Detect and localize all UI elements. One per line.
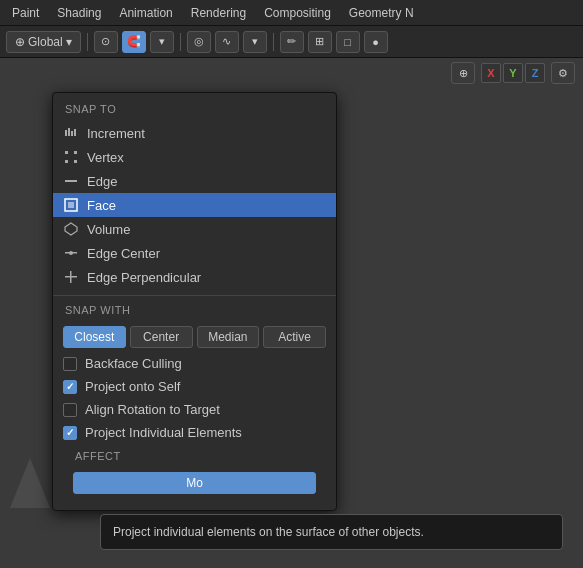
svg-rect-15 (70, 271, 72, 283)
snap-with-closest[interactable]: Closest (63, 326, 126, 348)
overlay-button[interactable]: ⊞ (308, 31, 332, 53)
project-individual-checkbox[interactable] (63, 426, 77, 440)
snap-face-label: Face (87, 198, 116, 213)
project-onto-self-label: Project onto Self (85, 379, 180, 394)
snap-with-buttons: Closest Center Median Active (53, 322, 336, 352)
tooltip-text: Project individual elements on the surfa… (113, 525, 424, 539)
svg-rect-10 (68, 202, 74, 208)
transform-origin-icon: ⊕ (15, 35, 25, 49)
transform-origin-button[interactable]: ⊕ Global ▾ (6, 31, 81, 53)
snap-edge-label: Edge (87, 174, 117, 189)
menu-compositing[interactable]: Compositing (256, 4, 339, 22)
snap-volume-label: Volume (87, 222, 130, 237)
snap-edge-perpendicular-label: Edge Perpendicular (87, 270, 201, 285)
snap-with-median[interactable]: Median (197, 326, 260, 348)
snap-with-active[interactable]: Active (263, 326, 326, 348)
x-axis-button[interactable]: X (481, 63, 501, 83)
transform-origin-label: Global (28, 35, 63, 49)
affect-label: Affect (63, 448, 326, 468)
falloff-curve-button[interactable]: ∿ (215, 31, 239, 53)
snap-with-center[interactable]: Center (130, 326, 193, 348)
svg-rect-1 (68, 128, 70, 136)
toolbar-separator-2 (180, 33, 181, 51)
project-onto-self-row[interactable]: Project onto Self (53, 375, 336, 398)
edge-center-icon (63, 245, 79, 261)
affect-section: Affect Mo (53, 444, 336, 502)
svg-rect-8 (65, 180, 77, 182)
svg-rect-6 (65, 160, 68, 163)
proportional-falloff-button[interactable]: ◎ (187, 31, 211, 53)
snap-increment-label: Increment (87, 126, 145, 141)
y-axis-button[interactable]: Y (503, 63, 523, 83)
viewport-header: ⊕ X Y Z ⚙ (451, 62, 575, 84)
volume-icon (63, 221, 79, 237)
snap-panel: Snap To Increment (52, 92, 337, 511)
top-menu-bar: Paint Shading Animation Rendering Compos… (0, 0, 583, 26)
falloff-options-button[interactable]: ▾ (243, 31, 267, 53)
project-onto-self-checkbox[interactable] (63, 380, 77, 394)
edge-perpendicular-icon (63, 269, 79, 285)
snap-vertex-label: Vertex (87, 150, 124, 165)
menu-paint[interactable]: Paint (4, 4, 47, 22)
panel-divider-1 (53, 295, 336, 296)
backface-culling-checkbox[interactable] (63, 357, 77, 371)
svg-rect-3 (74, 129, 76, 136)
svg-rect-5 (74, 151, 77, 154)
svg-rect-7 (74, 160, 77, 163)
viewport-settings-button[interactable]: ⚙ (551, 62, 575, 84)
snap-item-face[interactable]: Face (53, 193, 336, 217)
xyz-axis-buttons: X Y Z (481, 63, 545, 83)
tooltip: Project individual elements on the surfa… (100, 514, 563, 550)
align-rotation-label: Align Rotation to Target (85, 402, 220, 417)
menu-geometry[interactable]: Geometry N (341, 4, 422, 22)
z-axis-button[interactable]: Z (525, 63, 545, 83)
project-individual-row[interactable]: Project Individual Elements (53, 421, 336, 444)
viewport-gizmo-button[interactable]: ⊕ (451, 62, 475, 84)
snap-with-label: Snap With (53, 302, 336, 322)
snap-options-button[interactable]: ▾ (150, 31, 174, 53)
proportional-edit-button[interactable]: ⊙ (94, 31, 118, 53)
toolbar-separator-3 (273, 33, 274, 51)
shading-button[interactable]: ● (364, 31, 388, 53)
snap-button[interactable]: 🧲 (122, 31, 146, 53)
snap-item-volume[interactable]: Volume (53, 217, 336, 241)
affect-buttons: Mo (63, 468, 326, 498)
face-icon (63, 197, 79, 213)
svg-rect-2 (71, 131, 73, 136)
svg-rect-4 (65, 151, 68, 154)
align-rotation-row[interactable]: Align Rotation to Target (53, 398, 336, 421)
edge-icon (63, 173, 79, 189)
project-individual-label: Project Individual Elements (85, 425, 242, 440)
svg-rect-0 (65, 130, 67, 136)
svg-point-13 (69, 251, 73, 255)
backface-culling-row[interactable]: Backface Culling (53, 352, 336, 375)
snap-item-edge[interactable]: Edge (53, 169, 336, 193)
snap-edge-center-label: Edge Center (87, 246, 160, 261)
toolbar: ⊕ Global ▾ ⊙ 🧲 ▾ ◎ ∿ ▾ ✏ ⊞ □ ● (0, 26, 583, 58)
snap-item-edge-perpendicular[interactable]: Edge Perpendicular (53, 265, 336, 289)
xray-button[interactable]: □ (336, 31, 360, 53)
vertex-icon (63, 149, 79, 165)
align-rotation-checkbox[interactable] (63, 403, 77, 417)
toolbar-separator-1 (87, 33, 88, 51)
svg-marker-11 (65, 223, 77, 235)
annotations-button[interactable]: ✏ (280, 31, 304, 53)
main-viewport[interactable]: ⊕ X Y Z ⚙ Snap To Increment (0, 58, 583, 568)
snap-item-vertex[interactable]: Vertex (53, 145, 336, 169)
affect-move-button[interactable]: Mo (73, 472, 316, 494)
menu-animation[interactable]: Animation (111, 4, 180, 22)
backface-culling-label: Backface Culling (85, 356, 182, 371)
snap-item-increment[interactable]: Increment (53, 121, 336, 145)
menu-shading[interactable]: Shading (49, 4, 109, 22)
increment-icon (63, 125, 79, 141)
snap-to-label: Snap To (53, 101, 336, 121)
snap-item-edge-center[interactable]: Edge Center (53, 241, 336, 265)
menu-rendering[interactable]: Rendering (183, 4, 254, 22)
chevron-down-icon: ▾ (66, 35, 72, 49)
